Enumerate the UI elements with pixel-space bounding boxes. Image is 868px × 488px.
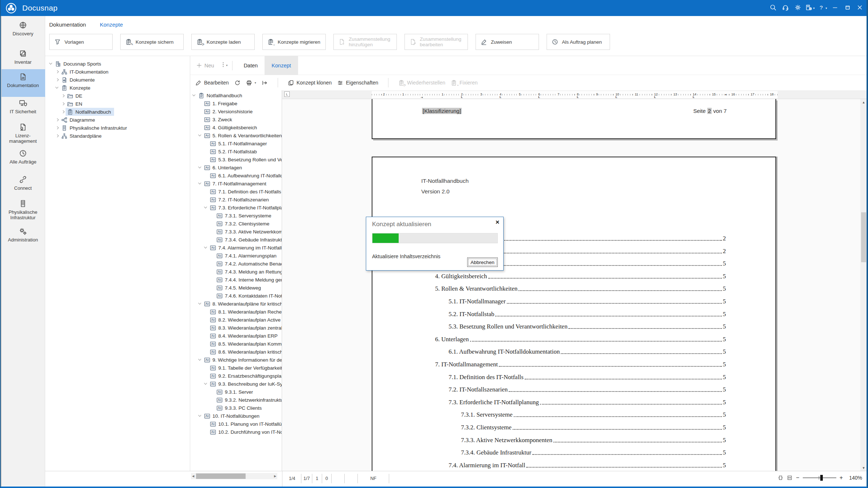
eigenschaften-button[interactable]: Eigenschaften <box>337 80 378 86</box>
tree-item-body[interactable]: A8. Wiederanlaufpläne für kritische IT-S… <box>203 300 282 308</box>
expander-open-icon[interactable] <box>203 205 208 210</box>
scroll-left-icon[interactable]: ◀ <box>191 473 195 479</box>
tree-item-body[interactable]: A3. Zweck <box>203 115 235 123</box>
tree-item[interactable]: Diagramme <box>45 116 190 124</box>
tree-item[interactable]: A9. Wichtige Informationen für den IT-No… <box>190 356 282 364</box>
tree-item[interactable]: A8.4. Wiederanlaufplan ERP <box>190 332 282 340</box>
close-button[interactable] <box>854 3 865 13</box>
fit-width-icon[interactable] <box>787 475 793 481</box>
tree-item-body[interactable]: A7.3.1. Serversysteme <box>215 212 274 220</box>
fit-page-icon[interactable] <box>778 475 783 481</box>
tree-item-body[interactable]: Notfallhandbuch <box>66 108 114 116</box>
tree-item-body[interactable]: EN <box>66 100 85 108</box>
expander-open-icon[interactable] <box>203 381 208 386</box>
tree-item[interactable]: A1. Freigabe <box>190 99 282 107</box>
tree-item[interactable]: A7.3.1. Serversysteme <box>190 212 282 220</box>
sidebar-item-physikalische-infrastruktur[interactable]: Physikalische Infrastruktur <box>1 200 45 225</box>
sidebar-item-inventar[interactable]: Inventar <box>1 50 45 68</box>
tree-item[interactable]: Notfallhandbuch <box>45 108 190 116</box>
tree-item[interactable]: A7.4.2. Automatische Benachrichtigung <box>190 260 282 268</box>
tree-item-body[interactable]: A7.3.4. Gebäude Infrastruktur <box>215 236 282 244</box>
scrollbar-thumb[interactable] <box>196 473 246 479</box>
expander-closed-icon[interactable] <box>55 133 60 138</box>
tree-item[interactable]: A6.1. Aufbewahrung IT-Notfalldokumentati… <box>190 172 282 180</box>
tree-item[interactable]: EN <box>45 100 190 108</box>
tree-item[interactable]: A7.4.4. Interne Meldung gemäß Meldeweg <box>190 276 282 284</box>
expander-open-icon[interactable] <box>198 181 203 186</box>
tab-konzepte[interactable]: Konzepte <box>100 21 123 28</box>
goto-button[interactable] <box>262 80 268 86</box>
tree-item-body[interactable]: A4. Gültigkeitsbereich <box>203 123 260 131</box>
expander-closed-icon[interactable] <box>55 69 60 74</box>
tree-item[interactable]: A7.4.3. Meldung an Rettungskräfte <box>190 268 282 276</box>
tree-item-body[interactable]: Docusnap Sports <box>54 60 104 68</box>
tree-item-body[interactable]: A7.4.6. Kontaktdaten IT-Notfallstab <box>215 292 282 300</box>
tree-item[interactable]: A7.4.5. Meldeweg <box>190 284 282 292</box>
tree-item[interactable]: A6. Unterlagen <box>190 164 282 172</box>
tree-item[interactable]: A5.2. IT-Notfallstab <box>190 147 282 156</box>
refresh-button[interactable] <box>234 80 241 86</box>
client-management-button[interactable]: ▾ <box>805 3 816 13</box>
tree-item[interactable]: A5.1. IT-Notfallmanager <box>190 139 282 147</box>
expander-open-icon[interactable] <box>198 165 203 170</box>
tree-item[interactable]: A9.3.2. Netzwerkinfrastruktur <box>190 396 282 404</box>
scrollbar-thumb[interactable] <box>861 212 866 262</box>
tree-item-body[interactable]: Konzepte <box>60 84 93 92</box>
scroll-right-icon[interactable]: ▶ <box>273 473 277 479</box>
tree-item-body[interactable]: A7.4.2. Automatische Benachrichtigung <box>215 260 282 268</box>
sidebar-item-alle-auftr-ge[interactable]: Alle Aufträge <box>1 149 45 175</box>
tree-item-body[interactable]: A7.3. Erforderliche IT-Notfallplanung <box>208 204 282 212</box>
konzept-klonen-button[interactable]: Konzept klonen <box>288 80 332 86</box>
tree-item-body[interactable]: A2. Versionshistorie <box>203 107 255 115</box>
tree-item-body[interactable]: A9.2. Ersatzbeschäftigungsplan <box>208 372 282 380</box>
tree-item[interactable]: A7.3. Erforderliche IT-Notfallplanung <box>190 204 282 212</box>
tree-item-body[interactable]: A9.3.2. Netzwerkinfrastruktur <box>215 396 282 404</box>
maximize-button[interactable] <box>842 3 853 13</box>
tree-item-body[interactable]: A5.1. IT-Notfallmanager <box>208 139 270 147</box>
tree-item[interactable]: A7.4.6. Kontaktdaten IT-Notfallstab <box>190 292 282 300</box>
tree-item[interactable]: Dokumente <box>45 76 190 84</box>
zoom-in-button[interactable]: + <box>840 475 843 481</box>
tree-item[interactable]: A5. Rollen & Verantwortlichkeiten <box>190 131 282 139</box>
printer-button[interactable]: ▾ <box>246 80 256 86</box>
tree-item[interactable]: A8.6. Wiederanlaufplan kritische IT-Syst… <box>190 348 282 356</box>
tree-item-body[interactable]: A8.5. Wiederanlaufplan Kommunikation <box>208 340 282 348</box>
tree-item[interactable]: A2. Versionshistorie <box>190 107 282 115</box>
sidebar-item-administration[interactable]: Administration <box>1 227 45 247</box>
sidebar-item-it-sicherheit[interactable]: IT Sicherheit <box>1 99 45 119</box>
tree-item-body[interactable]: A9.3.1. Server <box>215 388 256 396</box>
dialog-close-icon[interactable]: ✕ <box>495 219 500 225</box>
tree-item[interactable]: A9.2. Ersatzbeschäftigungsplan <box>190 372 282 380</box>
tree-item-body[interactable]: A6. Unterlagen <box>203 164 245 172</box>
tree-item[interactable]: A9.3.3. PC Clients <box>190 404 282 412</box>
tree-item-body[interactable]: A10.1. Planung von IT-Notfallübungen <box>208 420 282 428</box>
tree-item-body[interactable]: Diagramme <box>60 116 98 124</box>
zoom-out-button[interactable]: − <box>796 475 799 481</box>
tree-item[interactable]: A8.2. Wiederanlaufplan Active Directory <box>190 316 282 324</box>
tree-item[interactable]: A9.3.1. Server <box>190 388 282 396</box>
expander-closed-icon[interactable] <box>55 77 60 82</box>
tree-item-body[interactable]: A1. Freigabe <box>203 99 240 107</box>
expander-open-icon[interactable] <box>198 413 203 418</box>
tree-item-body[interactable]: A8.3. Wiederanlaufplan zentrale IT-Syste… <box>208 324 282 332</box>
headset-button[interactable] <box>780 3 791 13</box>
expander-closed-icon[interactable] <box>60 101 66 106</box>
tree-item[interactable]: A9.3. Beschreibung der IuK-Systeme <box>190 380 282 388</box>
konzepte-laden-button[interactable]: ⟳Konzepte laden <box>191 34 255 50</box>
tree-item[interactable]: A7. IT-Notfallmanagement <box>190 180 282 188</box>
tree-item[interactable]: A4. Gültigkeitsbereich <box>190 123 282 131</box>
tree-item-body[interactable]: A6.1. Aufbewahrung IT-Notfalldokumentati… <box>208 172 282 180</box>
tree-item-body[interactable]: A7.3.2. Clientsysteme <box>215 220 272 228</box>
tree-item[interactable]: A3. Zweck <box>190 115 282 123</box>
tree-item-body[interactable]: DE <box>66 92 85 100</box>
tree-item[interactable]: A7.3.3. Aktive Netzwerkkomponenten <box>190 228 282 236</box>
tree-item-body[interactable]: A5.3. Besetzung Rollen und Verantwortlic… <box>208 156 282 164</box>
minimize-button[interactable] <box>829 3 840 13</box>
tree-item[interactable]: Docusnap Sports <box>45 60 190 68</box>
tree-item-body[interactable]: A7.4. Alarmierung im IT-Notfall <box>208 244 282 252</box>
tree-item-body[interactable]: A9.3.3. PC Clients <box>215 404 265 412</box>
als-auftrag-planen-button[interactable]: Als Auftrag planen <box>547 34 610 50</box>
document-vertical-scrollbar[interactable]: ▲ ▼ <box>860 99 867 471</box>
tree-item-body[interactable]: A8.1. Wiederanlaufplan Rechenzentrum <box>208 308 282 316</box>
tab-dokumentation[interactable]: Dokumentation <box>49 21 86 28</box>
